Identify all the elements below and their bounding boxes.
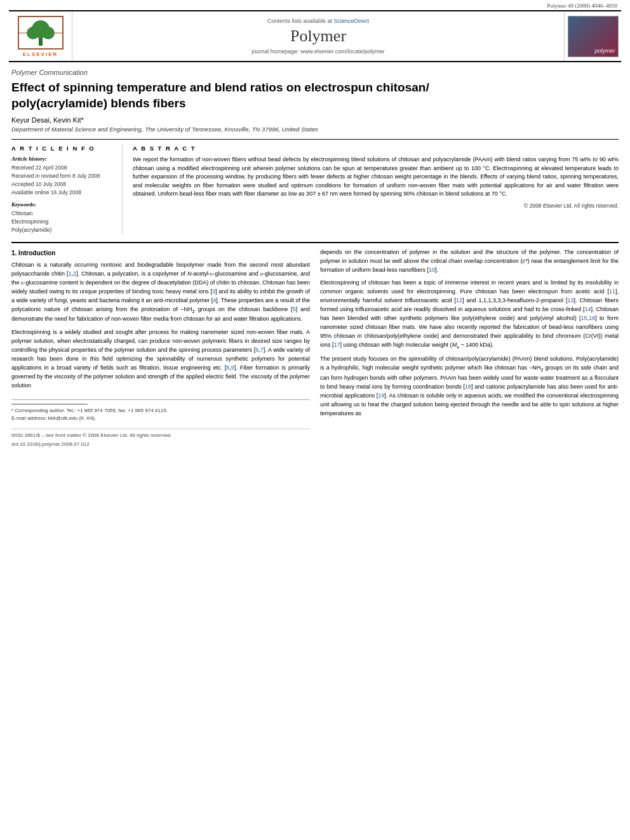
keywords-section: Keywords: Chitosan Electrospinning Poly(… [11, 201, 116, 234]
footnote-area: * Corresponding author. Tel.: +1 865 974… [11, 399, 310, 422]
ref-17[interactable]: 17 [334, 342, 340, 348]
keyword-3: Poly(acrylamide) [11, 226, 116, 234]
ref-3[interactable]: 3 [212, 288, 215, 295]
ref-10[interactable]: 10 [429, 267, 435, 273]
footnote-divider [11, 404, 88, 404]
article-type: Polymer Communication [11, 69, 619, 76]
affiliation: Department of Material Science and Engin… [11, 126, 619, 133]
article-title: Effect of spinning temperature and blend… [11, 80, 619, 111]
ref-9[interactable]: 9 [231, 364, 234, 371]
ref-1[interactable]: 1 [68, 270, 71, 277]
abstract-column: A B S T R A C T We report the formation … [133, 145, 619, 234]
history-label: Article history: [11, 156, 116, 162]
ref-6[interactable]: 6 [255, 347, 258, 353]
copyright: © 2008 Elsevier Ltd. All rights reserved… [133, 203, 619, 209]
corresponding-note: * Corresponding author. Tel.: +1 865 974… [11, 407, 310, 415]
email-note: E-mail address: kkit@utk.edu (K. Kit). [11, 415, 310, 422]
ref-18[interactable]: 18 [465, 383, 471, 390]
svg-point-2 [27, 27, 39, 39]
journal-cover-image [564, 11, 621, 61]
info-abstract-row: A R T I C L E I N F O Article history: R… [11, 145, 619, 234]
ref-16[interactable]: 16 [589, 315, 595, 321]
author-names: Keyur Desai, Kevin Kit* [11, 116, 84, 124]
abstract-heading: A B S T R A C T [133, 145, 619, 152]
received-date: Received 22 April 2008 [11, 164, 116, 172]
ref-15[interactable]: 15 [581, 315, 587, 321]
main-body-columns: 1. Introduction Chitosan is a naturally … [11, 248, 619, 449]
journal-homepage: journal homepage: www.elsevier.com/locat… [251, 48, 385, 55]
science-direct-prefix: Contents lists available at [267, 18, 334, 24]
journal-name: Polymer [290, 27, 346, 46]
ref-19[interactable]: 19 [378, 392, 384, 399]
ref-2[interactable]: 2 [73, 270, 76, 277]
ref-13[interactable]: 13 [568, 297, 574, 303]
keyword-1: Chitosan [11, 210, 116, 218]
top-bar: Polymer 49 (2008) 4046–4050 [0, 0, 630, 10]
journal-header: ELSEVIER Contents lists available at Sci… [9, 10, 621, 62]
body-para-2: Electrospinning is a widely studied and … [11, 328, 310, 390]
body-divider [11, 242, 619, 243]
science-direct-line: Contents lists available at ScienceDirec… [267, 18, 369, 24]
abstract-text: We report the formation of non-woven fib… [133, 156, 619, 199]
accepted-date: Accepted 10 July 2008 [11, 180, 116, 189]
ref-11[interactable]: 11 [609, 288, 615, 295]
body-para-1: Chitosan is a naturally occurring nontox… [11, 261, 310, 324]
footer-bottom: 0032-3861/$ – see front matter © 2008 El… [11, 429, 310, 439]
journal-reference: Polymer 49 (2008) 4046–4050 [547, 3, 617, 9]
elsevier-logo-block: ELSEVIER [9, 11, 72, 61]
body-para-r3: The present study focuses on the spinnab… [320, 355, 619, 418]
ref-14[interactable]: 14 [584, 306, 591, 312]
section1-heading: 1. Introduction [11, 248, 310, 258]
footer-issn: 0032-3861/$ – see front matter © 2008 El… [11, 432, 171, 439]
content-area: Polymer Communication Effect of spinning… [0, 62, 630, 455]
available-date: Available online 16 July 2008 [11, 189, 116, 197]
journal-center-block: Contents lists available at ScienceDirec… [72, 11, 564, 61]
polymer-cover-thumbnail [568, 16, 619, 57]
keywords-label: Keywords: [11, 201, 116, 208]
ref-5[interactable]: 5 [293, 306, 296, 312]
article-info-column: A R T I C L E I N F O Article history: R… [11, 145, 123, 234]
svg-point-3 [42, 27, 55, 39]
ref-8[interactable]: 8 [226, 364, 229, 371]
ref-7[interactable]: 7 [260, 347, 264, 353]
authors: Keyur Desai, Kevin Kit* [11, 116, 619, 124]
header-divider [11, 139, 619, 140]
science-direct-link[interactable]: ScienceDirect [334, 18, 370, 24]
ref-4[interactable]: 4 [213, 297, 216, 303]
revised-date: Received in revised form 8 July 2008 [11, 172, 116, 180]
footer-doi: doi:10.1016/j.polymer.2008.07.012 [11, 441, 310, 448]
elsevier-logo-image [15, 15, 66, 50]
body-para-r2: Electrospinning of chitosan has been a t… [320, 279, 619, 350]
keyword-2: Electrospinning [11, 218, 116, 226]
body-column-left: 1. Introduction Chitosan is a naturally … [11, 248, 310, 449]
ref-12[interactable]: 12 [456, 297, 462, 303]
body-para-r1: depends on the concentration of polymer … [320, 248, 619, 275]
page-wrapper: Polymer 49 (2008) 4046–4050 [0, 0, 630, 840]
elsevier-brand-text: ELSEVIER [23, 51, 58, 57]
article-info-heading: A R T I C L E I N F O [11, 145, 116, 152]
body-column-right: depends on the concentration of polymer … [320, 248, 619, 449]
